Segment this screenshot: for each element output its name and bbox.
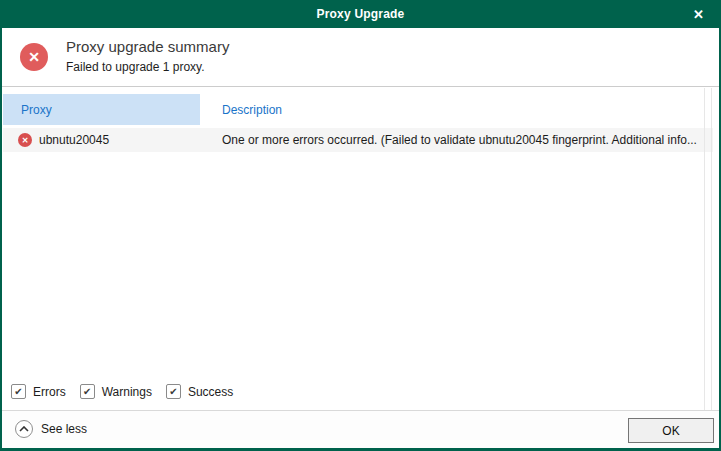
table-row[interactable]: ✕ ubnutu20045 One or more errors occurre… — [3, 128, 713, 152]
filter-success-label: Success — [188, 385, 233, 399]
scrollbar-track[interactable] — [704, 88, 712, 410]
dialog-content: ✕ Proxy upgrade summary Failed to upgrad… — [2, 28, 719, 448]
warnings-checkbox[interactable]: ✔ — [80, 384, 95, 399]
proxy-upgrade-dialog: Proxy Upgrade ✕ ✕ Proxy upgrade summary … — [0, 0, 721, 451]
filter-errors-label: Errors — [33, 385, 66, 399]
row-proxy-name: ubnutu20045 — [39, 133, 109, 147]
see-less-label: See less — [41, 422, 87, 436]
row-description: One or more errors occurred. (Failed to … — [222, 128, 699, 152]
window-title: Proxy Upgrade — [317, 7, 405, 21]
filter-checkboxes: ✔ Errors ✔ Warnings ✔ Success — [11, 384, 247, 399]
filter-warnings-label: Warnings — [102, 385, 152, 399]
see-less-toggle[interactable]: See less — [15, 420, 87, 438]
footer-bar: See less OK — [2, 411, 719, 448]
column-header-description[interactable]: Description — [222, 94, 282, 125]
success-checkbox[interactable]: ✔ — [166, 384, 181, 399]
filter-warnings[interactable]: ✔ Warnings — [80, 384, 152, 399]
checkmark-icon: ✔ — [14, 387, 22, 397]
summary-subtitle: Failed to upgrade 1 proxy. — [66, 60, 205, 74]
errors-checkbox[interactable]: ✔ — [11, 384, 26, 399]
summary-header: ✕ Proxy upgrade summary Failed to upgrad… — [2, 28, 719, 87]
row-error-icon: ✕ — [18, 133, 32, 147]
error-circle-icon: ✕ — [20, 43, 48, 71]
summary-title: Proxy upgrade summary — [66, 38, 229, 55]
checkmark-icon: ✔ — [169, 387, 177, 397]
chevron-up-icon — [15, 420, 33, 438]
filter-success[interactable]: ✔ Success — [166, 384, 233, 399]
ok-button[interactable]: OK — [628, 418, 714, 443]
close-icon[interactable]: ✕ — [676, 0, 721, 28]
titlebar[interactable]: Proxy Upgrade ✕ — [0, 0, 721, 28]
checkmark-icon: ✔ — [83, 387, 91, 397]
column-header-proxy[interactable]: Proxy — [3, 94, 200, 125]
filter-errors[interactable]: ✔ Errors — [11, 384, 66, 399]
